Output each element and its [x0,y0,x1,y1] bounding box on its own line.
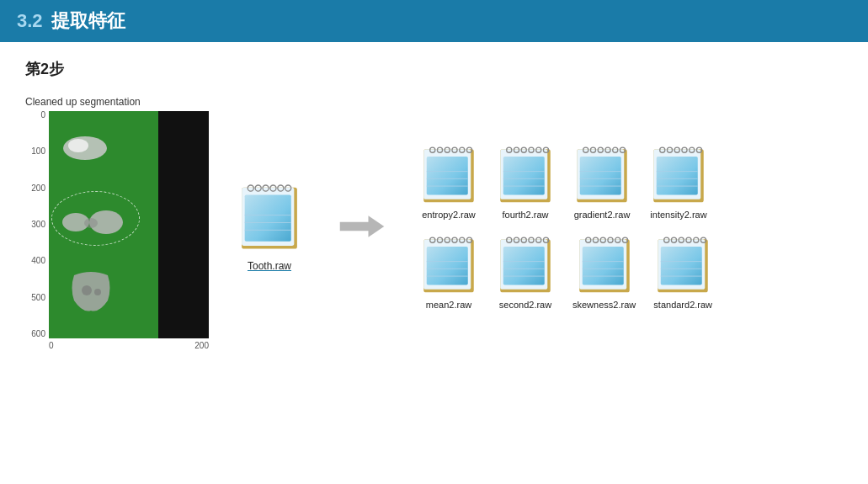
file-fourth2: fourth2.raw [496,143,555,220]
page-title: 提取特征 [51,8,125,34]
main-content: 第2步 Cleaned up segmentation 0 100 200 30… [0,42,868,374]
x-axis: 0 200 [49,341,209,350]
svg-rect-58 [657,157,698,195]
section-number: 3.2 [17,10,43,32]
svg-rect-9 [245,195,291,242]
notebook-icon-second [496,233,555,296]
file-standard2: standard2.raw [653,233,712,310]
y-label-0: 0 [25,111,45,120]
segmentation-plot: Cleaned up segmentation 0 100 200 300 40… [25,96,219,357]
plot-image [49,111,209,338]
tooth-file: Tooth.raw [236,181,303,272]
svg-point-4 [84,218,98,228]
file-name-entropy2: entropy2.raw [422,210,476,220]
file-name-second2: second2.raw [499,300,551,310]
notebook-icon-mean [419,233,478,296]
arrow-icon [337,210,387,243]
y-label-300: 300 [25,221,45,229]
output-row-2: mean2.raw [413,230,719,313]
x-label-0: 0 [49,341,54,350]
svg-rect-46 [580,157,621,195]
file-second2: second2.raw [496,233,555,310]
file-gradient2: gradient2.raw [572,143,631,220]
file-intensity2: intensity2.raw [649,143,708,220]
notebook-icon-intensity [649,143,708,206]
y-label-400: 400 [25,257,45,265]
tooth-notebook-icon [236,181,303,257]
x-label-200: 200 [194,341,209,350]
notebook-icon-skewness [575,233,634,296]
notebook-icon-gradient [572,143,631,206]
plot-title: Cleaned up segmentation [25,96,219,108]
arrow-container [337,210,387,243]
svg-point-5 [82,285,92,295]
file-name-gradient2: gradient2.raw [574,210,631,220]
svg-rect-82 [503,247,545,285]
tooth-shape-1 [61,132,120,164]
file-name-mean2: mean2.raw [426,300,471,310]
file-name-fourth2: fourth2.raw [502,210,548,220]
tooth-shape-2 [57,204,129,242]
y-axis: 0 100 200 300 400 500 600 [25,111,49,338]
main-area: Cleaned up segmentation 0 100 200 300 40… [25,96,843,357]
notebook-icon-fourth [496,143,555,206]
y-label-600: 600 [25,330,45,338]
y-label-500: 500 [25,294,45,302]
file-skewness2: skewness2.raw [572,233,636,310]
svg-rect-94 [582,247,623,285]
svg-rect-106 [661,247,702,285]
step-label: 第2步 [25,59,843,79]
output-row-1: entropy2.raw [413,140,719,223]
black-region [158,111,209,338]
file-name-standard2: standard2.raw [653,300,712,310]
svg-rect-34 [503,157,545,195]
y-label-100: 100 [25,147,45,156]
y-label-200: 200 [25,184,45,193]
plot-inner: 0 100 200 300 400 500 600 [25,111,219,338]
svg-point-6 [94,289,101,295]
notebook-icon-entropy [419,143,478,206]
tooth-filename: Tooth.raw [248,260,291,272]
output-files: entropy2.raw [413,140,719,313]
svg-rect-22 [427,157,468,195]
file-name-intensity2: intensity2.raw [650,210,706,220]
notebook-icon-standard [653,233,712,296]
svg-marker-19 [340,215,385,237]
file-mean2: mean2.raw [419,233,478,310]
file-entropy2: entropy2.raw [419,143,478,220]
svg-point-1 [68,139,88,152]
svg-rect-70 [427,247,468,285]
file-name-skewness2: skewness2.raw [572,300,636,310]
tooth-shape-3 [66,267,116,313]
page-header: 3.2 提取特征 [0,0,868,42]
